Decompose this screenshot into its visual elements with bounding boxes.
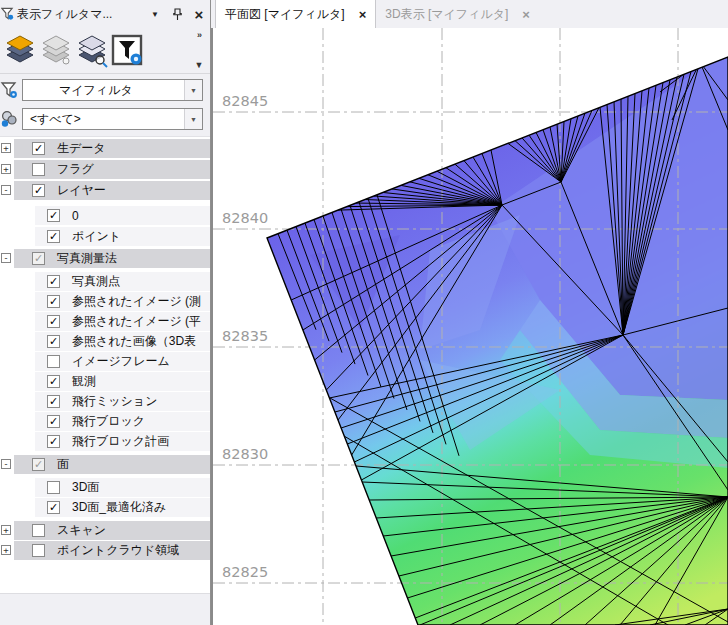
tree-checkbox[interactable]: ✓ <box>47 395 60 408</box>
view-tab-0[interactable]: 平面図 [マイフィルタ]× <box>215 0 376 28</box>
tree-checkbox[interactable]: ✓ <box>47 501 60 514</box>
plan-view-canvas[interactable]: 8284582840828358283082825 <box>213 28 728 625</box>
layers-inactive-button[interactable] <box>38 31 74 71</box>
tree-checkbox[interactable]: ✓ <box>47 275 60 288</box>
tree-label: ポイント <box>72 228 121 245</box>
view-tab-1[interactable]: 3D表示 [マイフィルタ]× <box>376 0 539 28</box>
tree-row-18[interactable]: +スキャン <box>0 521 210 540</box>
filter-tree: +✓生データ+フラグ-✓レイヤー✓0✓ポイント-✓写真測量法✓写真測点✓参照され… <box>0 136 210 593</box>
tree-row-band: ✓ポイント <box>35 227 210 246</box>
tree-row-4[interactable]: ✓ポイント <box>0 227 210 246</box>
tree-row-band: 3D面 <box>35 478 210 497</box>
tree-label: 観測 <box>72 373 96 390</box>
combo-dropdown-icon[interactable]: ▼ <box>184 80 202 100</box>
tree-row-5[interactable]: -✓写真測量法 <box>0 249 210 268</box>
display-filter-button[interactable] <box>110 31 146 71</box>
tree-row-16[interactable]: 3D面 <box>0 478 210 497</box>
tree-label: 写真測量法 <box>57 250 117 267</box>
panel-close-button[interactable]: × <box>188 4 210 24</box>
tab-label: 3D表示 [マイフィルタ] <box>385 6 508 23</box>
tab-close-icon[interactable]: × <box>522 7 530 22</box>
tree-checkbox[interactable]: ✓ <box>47 295 60 308</box>
tree-row-8[interactable]: ✓参照されたイメージ (平 <box>0 312 210 331</box>
tree-row-9[interactable]: ✓参照された画像（3D表 <box>0 332 210 351</box>
collapse-icon[interactable]: - <box>1 185 11 195</box>
tree-row-0[interactable]: +✓生データ <box>0 139 210 158</box>
panel-pin-button[interactable] <box>166 4 188 24</box>
tree-row-band: ✓参照された画像（3D表 <box>35 332 210 351</box>
tree-row-11[interactable]: ✓観測 <box>0 372 210 391</box>
expand-icon[interactable]: + <box>1 164 11 174</box>
expand-icon[interactable]: + <box>1 545 11 555</box>
tree-checkbox[interactable]: ✓ <box>32 252 45 265</box>
scope-combobox[interactable]: <すべて> ▼ <box>22 108 203 130</box>
svg-text:82825: 82825 <box>222 564 268 580</box>
tree-row-band: ✓0 <box>35 206 210 225</box>
tree-row-band: ✓飛行ミッション <box>35 392 210 411</box>
scope-combo-row: <すべて> ▼ <box>0 106 210 132</box>
tree-label: 飛行ブロック計画 <box>72 433 169 450</box>
tree-checkbox[interactable]: ✓ <box>47 335 60 348</box>
tree-row-band: ✓観測 <box>35 372 210 391</box>
tree-row-6[interactable]: ✓写真測点 <box>0 272 210 291</box>
layers-active-button[interactable] <box>2 31 38 71</box>
tree-checkbox[interactable]: ✓ <box>47 315 60 328</box>
toolbar-more-icon: ›› <box>197 30 201 40</box>
tree-label: 3D面_最適化済み <box>72 499 166 516</box>
svg-text:82840: 82840 <box>222 210 268 226</box>
tree-checkbox[interactable] <box>32 524 45 537</box>
expand-icon[interactable]: + <box>1 143 11 153</box>
tree-checkbox[interactable]: ✓ <box>47 230 60 243</box>
tree-row-band: ✓面 <box>14 455 210 474</box>
tree-row-19[interactable]: +ポイントクラウド領域 <box>0 541 210 560</box>
panel-title: 表示フィルタマ... <box>17 6 144 23</box>
tree-label: 写真測点 <box>72 273 120 290</box>
tree-checkbox[interactable] <box>32 544 45 557</box>
tree-row-1[interactable]: +フラグ <box>0 160 210 179</box>
tree-label: ポイントクラウド領域 <box>57 542 179 559</box>
tree-checkbox[interactable]: ✓ <box>32 458 45 471</box>
tree-row-7[interactable]: ✓参照されたイメージ (測 <box>0 292 210 311</box>
tree-row-3[interactable]: ✓0 <box>0 206 210 225</box>
plan-view-viewport[interactable]: 8284582840828358283082825 <box>211 28 728 625</box>
tree-checkbox[interactable]: ✓ <box>47 435 60 448</box>
tree-row-band: イメージフレーム <box>35 352 210 371</box>
filter-funnel-icon <box>0 80 22 100</box>
tree-checkbox[interactable] <box>47 355 60 368</box>
layers-search-button[interactable] <box>74 31 110 71</box>
tree-row-13[interactable]: ✓飛行ブロック <box>0 412 210 431</box>
tree-checkbox[interactable]: ✓ <box>32 142 45 155</box>
tree-checkbox[interactable]: ✓ <box>47 375 60 388</box>
tree-row-band: ✓写真測量法 <box>14 249 210 268</box>
panel-bottom-area <box>0 593 210 623</box>
tree-checkbox[interactable]: ✓ <box>32 184 45 197</box>
layers-search-icon <box>76 34 108 68</box>
collapse-icon[interactable]: - <box>1 253 11 263</box>
layers-active-icon <box>4 34 36 68</box>
tree-checkbox[interactable]: ✓ <box>47 209 60 222</box>
tree-label: 3D面 <box>72 479 99 496</box>
tab-label: 平面図 [マイフィルタ] <box>225 6 345 23</box>
tree-row-17[interactable]: ✓3D面_最適化済み <box>0 498 210 517</box>
tree-label: レイヤー <box>57 182 106 199</box>
tab-close-icon[interactable]: × <box>359 7 367 22</box>
tree-row-10[interactable]: イメージフレーム <box>0 352 210 371</box>
tree-checkbox[interactable] <box>47 481 60 494</box>
tree-row-band: ✓参照されたイメージ (測 <box>35 292 210 311</box>
tree-label: 0 <box>72 209 79 223</box>
collapse-icon[interactable]: - <box>1 459 11 469</box>
tree-row-12[interactable]: ✓飛行ミッション <box>0 392 210 411</box>
tree-checkbox[interactable]: ✓ <box>47 415 60 428</box>
toolbar-overflow[interactable]: ›› ▼ <box>190 30 208 70</box>
tree-row-15[interactable]: -✓面 <box>0 455 210 474</box>
expand-icon[interactable]: + <box>1 525 11 535</box>
combo-dropdown-icon[interactable]: ▼ <box>184 109 202 129</box>
tree-row-14[interactable]: ✓飛行ブロック計画 <box>0 432 210 451</box>
tree-label: イメージフレーム <box>72 353 170 370</box>
panel-menu-button[interactable]: ▼ <box>144 4 166 24</box>
tree-row-band: ✓写真測点 <box>35 272 210 291</box>
tree-row-2[interactable]: -✓レイヤー <box>0 181 210 200</box>
tree-label: スキャン <box>57 522 106 539</box>
tree-checkbox[interactable] <box>32 163 45 176</box>
filter-combobox[interactable]: マイフィルタ ▼ <box>22 79 203 101</box>
